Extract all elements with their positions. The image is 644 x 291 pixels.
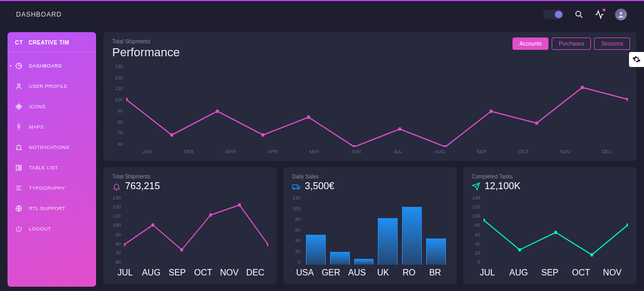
svg-line-1 <box>580 16 582 18</box>
svg-point-37 <box>590 253 593 257</box>
stat-value: 3,500€ <box>305 181 334 192</box>
svg-point-15 <box>216 109 219 113</box>
svg-point-18 <box>353 145 356 147</box>
performance-card: Total Shipments Performance AccountsPurc… <box>104 32 636 161</box>
card-subtitle: Total Shipments <box>112 174 268 180</box>
activity-icon[interactable] <box>595 10 604 19</box>
user-icon <box>15 83 23 90</box>
svg-point-16 <box>261 133 265 137</box>
svg-point-0 <box>576 11 581 16</box>
sidebar-item-rtl-support[interactable]: RTL SUPPORT <box>8 199 96 218</box>
delivery-icon <box>292 182 301 191</box>
sidebar-item-label: RTL SUPPORT <box>29 206 65 211</box>
sidebar-item-dashboard[interactable]: DASHBOARD <box>8 57 96 75</box>
bar-chart <box>304 195 448 265</box>
svg-point-19 <box>398 127 401 131</box>
sidebar-item-label: DASHBOARD <box>29 63 62 69</box>
brand-name: CREATIVE TIM <box>28 40 69 46</box>
sidebar-item-label: USER PROFILE <box>29 84 68 89</box>
puzzle-icon <box>15 164 23 171</box>
svg-point-22 <box>535 121 538 125</box>
theme-toggle[interactable] <box>543 10 564 19</box>
power-icon <box>15 225 23 233</box>
bar <box>306 235 326 265</box>
sidebar-item-typography[interactable]: TYPOGRAPHY <box>8 179 96 197</box>
svg-point-24 <box>626 98 628 101</box>
chart-pie-icon <box>15 62 23 70</box>
svg-point-29 <box>238 203 241 207</box>
stat-value: 12,100K <box>485 181 521 192</box>
sidebar-item-label: LOGOUT <box>29 226 51 232</box>
card-subtitle: Daily Sales <box>292 174 448 180</box>
svg-point-23 <box>581 86 584 89</box>
align-icon <box>15 184 23 192</box>
tab-purchases[interactable]: Purchases <box>552 38 591 50</box>
sidebar-item-logout[interactable]: LOGOUT <box>8 220 96 238</box>
sidebar-item-user-profile[interactable]: USER PROFILE <box>8 77 96 95</box>
bell-icon <box>15 144 23 151</box>
sidebar-item-label: NOTIFICATIONS <box>29 145 69 150</box>
page-title: DASHBOARD <box>16 11 62 18</box>
settings-gear-button[interactable] <box>629 52 644 67</box>
notification-dot <box>603 9 605 11</box>
tab-accounts[interactable]: Accounts <box>513 38 548 50</box>
brand-logo: CT <box>15 40 23 46</box>
svg-rect-31 <box>292 184 297 188</box>
globe-icon <box>15 205 23 212</box>
bar <box>330 252 350 265</box>
bar <box>378 218 398 265</box>
atom-icon <box>15 103 23 110</box>
svg-point-4 <box>18 84 20 86</box>
sidebar-item-table-list[interactable]: TABLE LIST <box>8 159 96 177</box>
sidebar-item-notifications[interactable]: NOTIFICATIONS <box>8 138 96 156</box>
sidebar-item-label: ICONS <box>29 104 46 109</box>
svg-point-5 <box>18 106 19 107</box>
bar <box>402 207 422 265</box>
bar <box>354 259 374 265</box>
search-icon[interactable] <box>574 10 584 19</box>
svg-point-36 <box>554 230 557 234</box>
pin-icon <box>15 123 23 131</box>
stat-value: 763,215 <box>125 181 160 192</box>
gear-icon <box>632 55 641 64</box>
bell-icon <box>112 182 121 191</box>
tasks-card: Completed Tasks 12,100K 1401201008060402… <box>463 167 636 284</box>
tabs: AccountsPurchasesSessions <box>513 38 630 50</box>
sidebar-item-label: TYPOGRAPHY <box>29 185 65 191</box>
sidebar-item-icons[interactable]: ICONS <box>8 98 96 116</box>
svg-point-17 <box>307 115 310 119</box>
sales-card: Daily Sales 3,500€ 120100806040200 USAGE… <box>283 167 457 284</box>
sidebar-item-label: MAPS <box>29 124 44 130</box>
card-subtitle: Completed Tasks <box>472 174 628 180</box>
chevron-down-icon[interactable]: ▼ <box>624 12 628 17</box>
svg-point-26 <box>151 223 154 227</box>
brand[interactable]: CT CREATIVE TIM <box>8 40 96 53</box>
svg-point-14 <box>170 133 173 137</box>
shipments-card: Total Shipments 763,215 1301201101009080… <box>104 167 277 284</box>
sidebar: CT CREATIVE TIM DASHBOARDUSER PROFILEICO… <box>8 32 96 287</box>
svg-point-35 <box>518 248 521 252</box>
svg-point-27 <box>180 248 183 252</box>
sidebar-item-label: TABLE LIST <box>29 165 58 170</box>
svg-point-21 <box>489 109 493 113</box>
sidebar-item-maps[interactable]: MAPS <box>8 118 96 136</box>
topbar: DASHBOARD ▼ <box>0 1 644 28</box>
svg-point-28 <box>209 213 212 217</box>
svg-point-2 <box>620 12 623 14</box>
bar <box>426 238 446 265</box>
performance-chart: 13012011010090807060 <box>112 64 628 147</box>
tab-sessions[interactable]: Sessions <box>594 38 630 50</box>
send-icon <box>472 182 480 191</box>
